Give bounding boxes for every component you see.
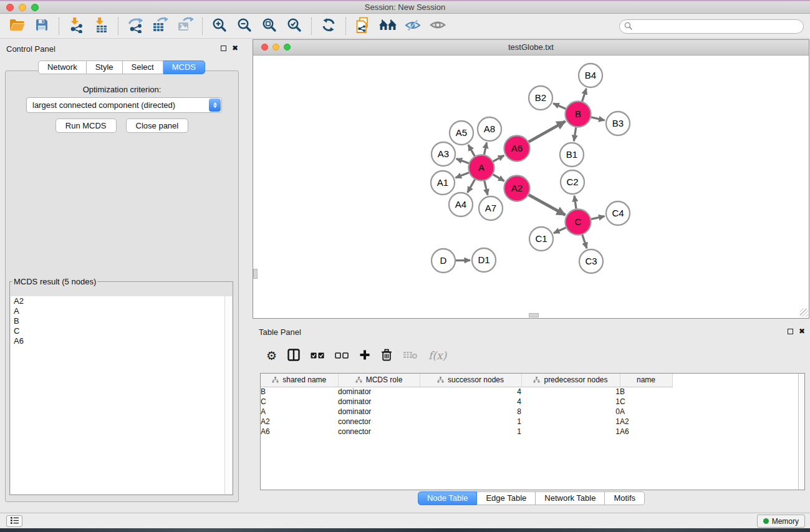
table-row[interactable]: A6connector11A6 xyxy=(261,427,672,437)
table-row[interactable]: Cdominator41C xyxy=(261,397,672,407)
hide-selected-button[interactable] xyxy=(402,16,423,37)
horizontal-scroll-thumb[interactable] xyxy=(529,313,539,317)
graph-node-C1[interactable]: C1 xyxy=(529,227,553,251)
mcds-list-scrollbar[interactable] xyxy=(224,296,232,494)
tab-edge-table[interactable]: Edge Table xyxy=(477,491,536,505)
mcds-result-item[interactable]: A6 xyxy=(11,336,232,346)
column-header-mcds-role[interactable]: MCDS role xyxy=(338,374,420,387)
table-cell[interactable]: A xyxy=(620,407,672,417)
table-cell[interactable]: dominator xyxy=(338,407,420,417)
graph-node-C2[interactable]: C2 xyxy=(561,170,584,194)
create-column-button[interactable] xyxy=(359,349,370,362)
edge-C-C3[interactable] xyxy=(582,235,587,248)
table-cell[interactable]: A xyxy=(261,407,338,417)
table-mode-button[interactable]: ⚙ xyxy=(266,350,277,362)
table-cell[interactable]: connector xyxy=(338,427,420,437)
edge-A-A3[interactable] xyxy=(456,158,469,163)
float-table-panel-icon[interactable] xyxy=(788,329,793,334)
edge-A-A6[interactable] xyxy=(493,155,504,162)
table-cell[interactable]: 1 xyxy=(420,427,521,437)
select-all-columns-button[interactable] xyxy=(311,351,324,360)
table-cell[interactable]: C xyxy=(261,397,338,407)
delete-table-button-disabled[interactable] xyxy=(403,351,418,361)
table-cell[interactable]: B xyxy=(620,387,672,397)
table-cell[interactable]: 1 xyxy=(420,417,521,427)
import-network-button[interactable] xyxy=(65,16,87,37)
graph-node-C[interactable]: C xyxy=(566,210,591,235)
edge-A-A2[interactable] xyxy=(493,175,504,181)
graph-node-D1[interactable]: D1 xyxy=(472,248,496,272)
graph-node-C4[interactable]: C4 xyxy=(606,201,630,225)
graph-node-A[interactable]: A xyxy=(469,155,494,181)
edge-A-A1[interactable] xyxy=(456,173,469,178)
graph-node-A1[interactable]: A1 xyxy=(431,171,455,195)
table-cell[interactable]: A2 xyxy=(620,417,672,427)
table-cell[interactable]: 1 xyxy=(521,427,620,437)
graph-node-C3[interactable]: C3 xyxy=(579,249,603,273)
graph-node-D[interactable]: D xyxy=(432,249,455,273)
edge-A-A4[interactable] xyxy=(468,180,475,193)
graph-node-A5[interactable]: A5 xyxy=(450,121,473,145)
table-row[interactable]: A2connector11A2 xyxy=(261,417,672,427)
search-input[interactable] xyxy=(635,22,803,31)
table-cell[interactable]: 1 xyxy=(521,387,620,397)
close-table-panel-icon[interactable]: ✖ xyxy=(799,327,805,335)
tab-network[interactable]: Network xyxy=(38,60,87,74)
table-cell[interactable]: C xyxy=(620,397,672,407)
mcds-result-item[interactable]: B xyxy=(11,316,232,326)
float-panel-icon[interactable] xyxy=(221,46,226,51)
tab-node-table[interactable]: Node Table xyxy=(418,491,478,505)
table-scrollbar[interactable] xyxy=(798,374,804,490)
graph-node-B2[interactable]: B2 xyxy=(529,86,552,110)
graph-node-A2[interactable]: A2 xyxy=(504,176,530,201)
graph-node-B3[interactable]: B3 xyxy=(606,112,630,135)
table-cell[interactable]: 4 xyxy=(420,397,521,407)
mcds-result-list[interactable]: A2ABCA6 xyxy=(11,296,232,494)
graph-node-A6[interactable]: A6 xyxy=(504,136,530,162)
table-cell[interactable]: A6 xyxy=(620,427,672,437)
table-cell[interactable]: dominator xyxy=(338,397,420,407)
edge-A-A5[interactable] xyxy=(468,145,475,156)
node-table[interactable]: shared nameMCDS rolesuccessor nodesprede… xyxy=(261,374,673,437)
edge-C-C2[interactable] xyxy=(574,196,576,209)
edge-A-A8[interactable] xyxy=(484,143,486,155)
edge-A2-C[interactable] xyxy=(529,195,566,215)
network-canvas[interactable]: B4B2BB3A5A8A6A3AB1A1C2A4A7A2C4CC1C3DD1 xyxy=(253,56,809,317)
tab-style[interactable]: Style xyxy=(87,60,123,74)
graph-node-A7[interactable]: A7 xyxy=(479,196,503,220)
column-header-predecessor-nodes[interactable]: predecessor nodes xyxy=(521,374,620,387)
edge-B-B1[interactable] xyxy=(574,127,576,141)
tab-motifs[interactable]: Motifs xyxy=(605,491,645,505)
column-header-successor-nodes[interactable]: successor nodes xyxy=(420,374,521,387)
table-cell[interactable]: 4 xyxy=(420,387,521,397)
table-row[interactable]: Adominator80A xyxy=(261,407,672,417)
tab-mcds[interactable]: MCDS xyxy=(163,60,205,74)
export-table-button[interactable] xyxy=(150,16,171,37)
graph-node-A3[interactable]: A3 xyxy=(432,142,455,166)
criterion-dropdown[interactable]: largest connected component (directed) xyxy=(26,97,222,113)
graph-node-B1[interactable]: B1 xyxy=(560,143,584,167)
table-cell[interactable]: connector xyxy=(338,417,420,427)
import-table-button[interactable] xyxy=(90,16,112,37)
close-panel-icon[interactable]: ✖ xyxy=(232,44,238,52)
edge-A-A7[interactable] xyxy=(485,181,488,195)
task-history-button[interactable] xyxy=(6,515,22,527)
first-neighbors-button[interactable] xyxy=(377,16,398,37)
network-window-titlebar[interactable]: testGlobe.txt xyxy=(253,40,809,56)
unselect-all-columns-button[interactable] xyxy=(335,351,349,360)
open-session-button[interactable] xyxy=(6,16,27,37)
table-cell[interactable]: A2 xyxy=(261,417,338,427)
memory-button[interactable]: Memory xyxy=(757,515,805,528)
table-cell[interactable]: B xyxy=(261,387,338,397)
close-panel-button[interactable]: Close panel xyxy=(126,118,189,133)
edge-C-C4[interactable] xyxy=(591,216,605,220)
vertical-scroll-thumb[interactable] xyxy=(253,269,258,279)
graph-node-A8[interactable]: A8 xyxy=(478,117,501,141)
tab-select[interactable]: Select xyxy=(123,60,163,74)
mcds-result-item[interactable]: A2 xyxy=(11,296,232,306)
table-cell[interactable]: dominator xyxy=(338,387,420,397)
zoom-fit-button[interactable] xyxy=(259,16,280,37)
table-cell[interactable]: A6 xyxy=(261,427,338,437)
graph-node-B4[interactable]: B4 xyxy=(579,64,602,87)
new-network-from-selection-button[interactable] xyxy=(352,16,374,37)
